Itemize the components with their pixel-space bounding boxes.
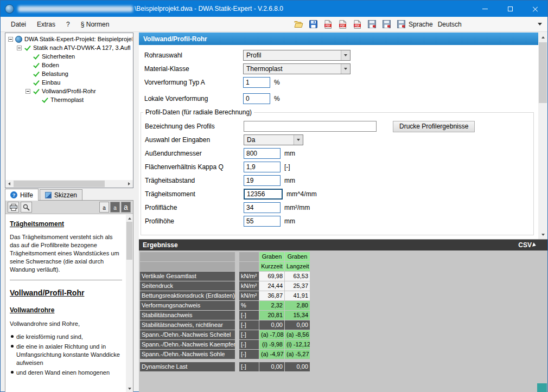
save-icon[interactable] bbox=[308, 20, 318, 29]
aussendurchmesser-label: Außendurchmesser bbox=[145, 150, 244, 157]
tree-item-label: Einbau bbox=[42, 79, 60, 86]
traegheitsmoment-input[interactable] bbox=[244, 189, 283, 200]
blank-cell bbox=[239, 252, 259, 261]
minimize-button[interactable] bbox=[473, 1, 498, 17]
tree-status-icon bbox=[41, 97, 48, 104]
tree-item[interactable]: Sicherheiten bbox=[7, 52, 132, 61]
scroll-right-icon[interactable] bbox=[125, 180, 133, 188]
maximize-icon bbox=[508, 7, 513, 11]
csv-export-button[interactable]: CSV bbox=[518, 241, 536, 249]
scroll-down-icon[interactable] bbox=[538, 230, 547, 239]
scroll-up-icon[interactable] bbox=[126, 215, 133, 222]
results-rows: Vertikale Gesamtlast kN/m² 69,98 63,53 S… bbox=[140, 272, 547, 371]
scrollbar-thumb[interactable] bbox=[126, 222, 132, 260]
tree-expander-icon[interactable] bbox=[26, 89, 30, 94]
project-tree: DWA Statik-Expert-Projekt: Beispielproje… bbox=[7, 35, 132, 179]
menu-item[interactable]: Datei bbox=[5, 18, 31, 31]
pdf-export-icon-3[interactable]: PDF bbox=[352, 20, 362, 29]
rohrauswahl-value: Profil bbox=[246, 52, 341, 59]
vorverformung-unit: % bbox=[274, 79, 280, 86]
print-button[interactable] bbox=[8, 202, 19, 213]
open-file-icon[interactable] bbox=[294, 20, 303, 29]
menubar: DateiExtras?§ Normen PDF PDF PDF Sprache… bbox=[1, 17, 547, 32]
language-selector[interactable]: Sprache Deutsch bbox=[409, 21, 462, 28]
help-bullet-list: die kreisförmig rund sind,die eine in ax… bbox=[10, 333, 122, 376]
menu-item[interactable]: Extras bbox=[31, 18, 61, 31]
result-value-kurzzeit: 2,32 bbox=[259, 301, 284, 310]
form-vertical-scrollbar[interactable] bbox=[538, 33, 547, 239]
chevron-down-icon[interactable] bbox=[538, 23, 542, 25]
tree-item[interactable]: DWA Statik-Expert-Projekt: Beispielproje… bbox=[7, 35, 132, 43]
tree-item[interactable]: Boden bbox=[7, 61, 132, 69]
profilflaeche-label: Profilfläche bbox=[145, 204, 244, 211]
profilflaeche-input[interactable] bbox=[244, 202, 281, 213]
tree-item[interactable]: Vollwand/Profil-Rohr bbox=[7, 87, 132, 95]
scroll-up-icon[interactable] bbox=[538, 33, 547, 42]
result-unit: kN/m² bbox=[239, 291, 259, 300]
tab[interactable]: Hilfe bbox=[5, 189, 39, 201]
result-unit: [-] bbox=[239, 362, 259, 371]
minimize-icon bbox=[482, 9, 488, 9]
flaechenverhaeltnis-unit: [-] bbox=[284, 163, 290, 171]
resize-grip[interactable] bbox=[537, 383, 547, 392]
result-label: Spann.-/Dehn.-Nachweis Sohle bbox=[140, 350, 235, 359]
tree-expander-icon[interactable] bbox=[8, 37, 13, 42]
scrollbar-thumb[interactable] bbox=[539, 42, 547, 103]
menu-item[interactable]: § Normen bbox=[75, 18, 115, 31]
result-unit: [-] bbox=[239, 350, 259, 359]
blank-cell bbox=[239, 262, 259, 271]
search-button[interactable] bbox=[21, 202, 32, 213]
tab-label: Skizzen bbox=[54, 191, 77, 199]
pdf-export-icon-1[interactable]: PDF bbox=[323, 20, 333, 29]
menu-item[interactable]: ? bbox=[61, 18, 75, 31]
material-klasse-select[interactable]: Thermoplast bbox=[243, 63, 351, 74]
result-value-kurzzeit: 20,81 bbox=[259, 311, 284, 320]
help-content: Trägheitsmoment Das Trägheitsmoment vers… bbox=[5, 215, 126, 392]
help-toolbar: aaa bbox=[5, 201, 133, 214]
flaechenverhaeltnis-label: Flächenverhältnis Kappa Q bbox=[145, 163, 244, 171]
redacted-path bbox=[18, 6, 133, 12]
close-button[interactable] bbox=[522, 1, 547, 17]
tree-item[interactable]: Thermoplast bbox=[7, 95, 132, 104]
tab-icon bbox=[45, 192, 52, 198]
scroll-left-icon[interactable] bbox=[5, 180, 13, 188]
drucke-profilergebnisse-button[interactable]: Drucke Profilergebnisse bbox=[393, 121, 475, 132]
tree-item[interactable]: Statik nach ATV-DVWK-A 127, 3.Aufl bbox=[7, 43, 132, 52]
tree-horizontal-scrollbar[interactable] bbox=[5, 180, 133, 188]
pdf-export-icon-2[interactable]: PDF bbox=[337, 20, 347, 29]
save-export-icon-2[interactable] bbox=[381, 20, 391, 29]
traegheitsabstand-input[interactable] bbox=[244, 175, 281, 186]
auswahl-eingaben-label: Auswahl der Eingaben bbox=[145, 136, 244, 144]
font-size-button[interactable]: a bbox=[121, 202, 131, 213]
save-export-icon-3[interactable] bbox=[396, 20, 406, 29]
profilhoehe-input[interactable] bbox=[244, 216, 281, 227]
tree-expander-icon[interactable] bbox=[17, 46, 22, 50]
app-logo-icon[interactable] bbox=[5, 4, 14, 14]
tree-item[interactable]: Belastung bbox=[7, 69, 132, 78]
result-value-langzeit: 41,91 bbox=[285, 291, 310, 300]
tree-item[interactable]: Einbau bbox=[7, 78, 132, 87]
save-export-icon-1[interactable] bbox=[367, 20, 377, 29]
result-row: Dynamische Last [-] 0,00 0,00 bbox=[140, 362, 547, 371]
tab[interactable]: Skizzen bbox=[40, 189, 82, 201]
font-size-button[interactable]: a bbox=[99, 202, 109, 213]
result-unit: kN/m² bbox=[239, 272, 259, 281]
auswahl-eingaben-select[interactable]: Da bbox=[244, 134, 303, 145]
pipe-form: Rohrauswahl Profil Material-Klasse Therm… bbox=[139, 45, 538, 239]
lokale-vorverformung-unit: % bbox=[274, 95, 280, 102]
csv-label: CSV bbox=[518, 241, 532, 249]
result-label: Bettungsreaktionsdruck (Erdlasten) bbox=[140, 291, 235, 300]
maximize-button[interactable] bbox=[498, 1, 522, 17]
rohrauswahl-select[interactable]: Profil bbox=[243, 50, 351, 61]
column-header: Graben bbox=[285, 252, 310, 261]
font-size-button[interactable]: a bbox=[110, 202, 120, 213]
bezeichnung-input[interactable] bbox=[244, 121, 377, 132]
scrollbar-thumb[interactable] bbox=[14, 181, 105, 187]
flaechenverhaeltnis-input[interactable] bbox=[244, 162, 281, 172]
result-label: Stabilitätsnachweis, nichtlinear bbox=[140, 320, 235, 330]
scroll-down-icon[interactable] bbox=[126, 385, 133, 392]
help-vertical-scrollbar[interactable] bbox=[126, 215, 133, 392]
aussendurchmesser-input[interactable] bbox=[244, 148, 281, 159]
vorverformung-input[interactable] bbox=[243, 77, 270, 88]
lokale-vorverformung-input[interactable] bbox=[243, 93, 270, 104]
